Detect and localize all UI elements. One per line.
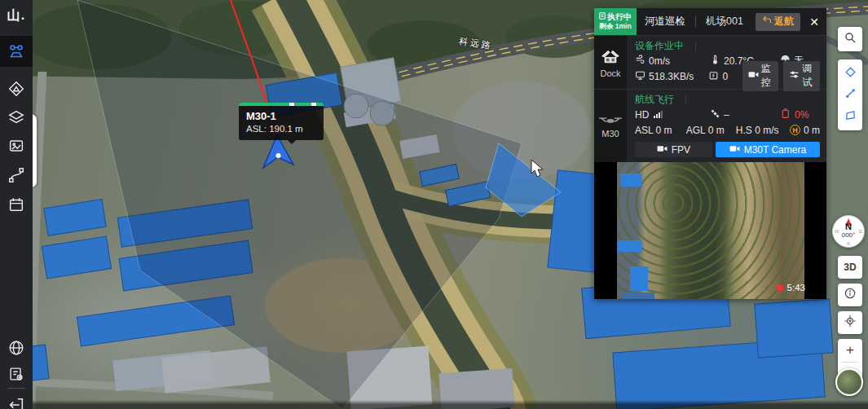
dock-status: 设备作业中 — [635, 39, 820, 53]
agl-stat: AGL 0 m — [686, 125, 736, 136]
mission-panel: 执行中 剩余 1min 河道巡检 机场001 返航 ✕ — [594, 8, 826, 299]
fpv-view-button[interactable]: FPV — [635, 142, 712, 157]
battery-charge-icon — [708, 70, 719, 83]
app-logo: 山. — [0, 3, 33, 28]
media-image-icon — [7, 137, 25, 155]
m30t-camera-button[interactable]: M30T Camera — [716, 142, 820, 157]
sidebar-item-routes[interactable] — [0, 161, 33, 189]
recording-indicator: 5:43 — [777, 283, 805, 292]
compass-control[interactable]: N 000° W E S — [831, 213, 866, 251]
drone-status: 航线飞行 — [635, 93, 820, 107]
mission-progress-bar — [239, 103, 324, 106]
horizontal-speed-stat: H.S 0 m/s — [736, 125, 790, 136]
search-icon — [844, 31, 857, 47]
drone-side-label[interactable]: M30 — [594, 90, 627, 162]
map-marker-icon — [7, 80, 25, 98]
debug-button[interactable]: 调试 — [783, 61, 820, 91]
left-sidebar: 山. — [0, 0, 33, 409]
battery-icon — [780, 108, 791, 121]
info-icon — [844, 287, 857, 303]
sidebar-item-settings-log[interactable] — [0, 360, 33, 388]
map-3d-toggle[interactable]: 3D — [838, 256, 862, 279]
home-point-icon: H — [790, 125, 800, 135]
draw-line-tool[interactable] — [838, 85, 862, 106]
sidebar-item-annotations[interactable] — [0, 75, 33, 103]
tooltip-drone-name: M30-1 — [246, 109, 316, 123]
battery-stat: 0% — [780, 108, 809, 121]
zoom-in-button[interactable]: + — [838, 339, 862, 362]
close-panel-button[interactable]: ✕ — [804, 15, 825, 29]
sidebar-item-layers[interactable] — [0, 103, 33, 131]
thermometer-icon — [710, 55, 720, 68]
exit-icon — [7, 396, 25, 409]
polyline-icon — [844, 87, 857, 103]
map-draw-tools — [838, 59, 862, 130]
video-blue-roof — [630, 266, 648, 291]
network-monitor-icon — [635, 70, 645, 83]
map-locate-button[interactable] — [838, 311, 862, 334]
video-blue-roof — [617, 240, 641, 252]
globe-icon — [7, 339, 25, 357]
tooltip-altitude: ASL: 190.1 m — [246, 123, 316, 135]
signal-bars-icon — [654, 111, 663, 118]
map-search-button[interactable] — [838, 27, 862, 51]
sidebar-item-schedule[interactable] — [0, 191, 33, 218]
satellite-icon — [710, 108, 720, 121]
sidebar-divider — [7, 388, 25, 389]
monitor-button[interactable]: 监控 — [742, 61, 779, 91]
time-remaining: 剩余 1min — [599, 22, 631, 31]
drone-icon — [598, 114, 623, 127]
video-scene — [617, 162, 804, 299]
document-settings-icon — [7, 365, 25, 383]
drone-section: M30 航线飞行 HD — [594, 89, 826, 162]
flight-route-icon — [7, 166, 25, 184]
home-distance-stat: H 0 m — [790, 125, 820, 136]
compass-dial: N 000° W E S — [832, 215, 865, 248]
map-layer-thumbnail[interactable] — [835, 368, 863, 396]
return-arrow-icon — [762, 15, 772, 27]
record-dot-icon — [777, 284, 783, 291]
polygon-icon — [844, 109, 857, 125]
network-speed-stat: 518.3KB/s — [635, 70, 708, 83]
layers-icon — [7, 108, 25, 126]
sidebar-item-exit[interactable] — [0, 391, 33, 409]
return-home-button[interactable]: 返航 — [756, 13, 800, 31]
video-blue-roof — [622, 292, 654, 299]
app-window: M30-1 ASL: 190.1 m 科远路 山. — [0, 0, 868, 409]
task-doc-icon — [599, 12, 606, 22]
device-fleet-icon — [7, 42, 25, 60]
wind-speed-stat: 0m/s — [635, 55, 710, 68]
dock-section: Dock 设备作业中 0m/s — [594, 35, 826, 89]
mission-status-badge[interactable]: 执行中 剩余 1min — [594, 8, 637, 35]
dock-device-name: 机场001 — [706, 15, 756, 29]
video-camera-icon — [657, 144, 668, 156]
draw-polygon-tool[interactable] — [838, 106, 862, 127]
dock-side-label[interactable]: Dock — [594, 36, 627, 89]
draw-point-tool[interactable] — [838, 63, 862, 84]
crosshair-locate-icon — [844, 314, 857, 331]
wind-icon — [635, 55, 645, 68]
header-divider — [695, 16, 696, 27]
satellite-stat: – — [710, 108, 780, 121]
debug-sliders-icon — [789, 69, 800, 82]
asl-stat: ASL 0 m — [635, 125, 686, 136]
video-camera-icon — [748, 70, 759, 81]
sidebar-item-language[interactable] — [0, 334, 33, 362]
mission-panel-header: 执行中 剩余 1min 河道巡检 机场001 返航 ✕ — [594, 8, 826, 35]
mission-name: 河道巡检 — [645, 15, 685, 29]
sidebar-item-devices[interactable] — [0, 36, 33, 67]
dock-icon — [600, 47, 621, 67]
sidebar-item-media[interactable] — [0, 132, 33, 160]
camera-live-feed[interactable]: 5:43 — [594, 162, 826, 299]
diamond-marker-icon — [844, 66, 857, 81]
drone-marker-tooltip: M30-1 ASL: 190.1 m — [239, 103, 324, 140]
map-info-button[interactable] — [838, 284, 862, 306]
charge-stat: 0 — [708, 70, 737, 83]
video-camera-icon — [729, 144, 740, 156]
video-blue-roof — [620, 174, 641, 187]
bottom-taskbar-strip — [33, 400, 868, 409]
record-time: 5:43 — [787, 283, 805, 292]
calendar-icon — [7, 196, 25, 213]
video-quality-stat: HD — [635, 109, 710, 121]
